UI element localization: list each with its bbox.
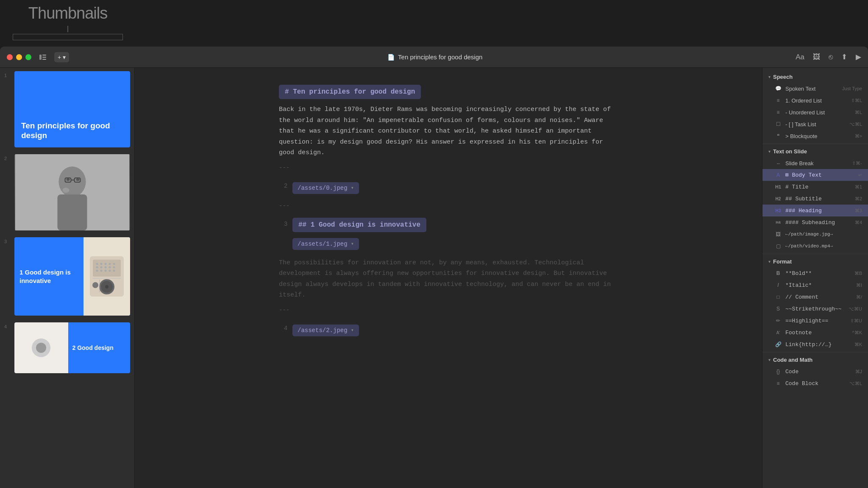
code-icon: {} xyxy=(774,368,782,375)
footnote-item[interactable]: A' Footnote ^⌘K xyxy=(762,327,868,338)
ordered-list-item[interactable]: ≡ 1. Ordered List ⇧⌘L xyxy=(762,94,868,106)
svg-point-20 xyxy=(96,266,98,269)
task-list-item[interactable]: ☐ - [ ] Task List ⌥⌘L xyxy=(762,118,868,130)
svg-point-27 xyxy=(105,270,107,272)
format-collapse-icon: ▾ xyxy=(768,259,771,264)
speech-section-header[interactable]: ▾ Speech xyxy=(762,71,868,83)
highlight-icon: ✏ xyxy=(774,317,782,324)
text-on-slide-section: ▾ Text on Slide --- Slide Break ⇧⌘- A ⊞ … xyxy=(762,146,868,252)
asset-3-chevron-icon[interactable]: ▾ xyxy=(351,327,354,333)
thumbnails-line xyxy=(67,26,68,32)
footnote-icon: A' xyxy=(774,329,782,336)
minimize-button[interactable] xyxy=(16,54,22,60)
asset-2-path: /assets/1.jpeg xyxy=(298,241,348,247)
asset-2-chevron-icon[interactable]: ▾ xyxy=(351,241,354,247)
svg-point-15 xyxy=(96,263,98,265)
subtitle-item[interactable]: H2 ## Subtitle ⌘2 xyxy=(762,193,868,205)
add-slide-button[interactable]: + ▾ xyxy=(54,52,69,62)
slide-3-preview: 1 Good design is innovative xyxy=(14,237,130,316)
text-on-slide-header[interactable]: ▾ Text on Slide xyxy=(762,146,868,157)
link-label: Link{http://…} xyxy=(785,341,851,348)
image-insert-button[interactable]: 🖼 xyxy=(813,53,820,61)
thumbnails-title: Thumbnails xyxy=(28,4,107,22)
svg-point-22 xyxy=(105,266,107,269)
title-item[interactable]: H1 # Title ⌘1 xyxy=(762,181,868,193)
bold-item[interactable]: B **Bold** ⌘B xyxy=(762,267,868,279)
body-text-shortcut: ↵ xyxy=(858,172,862,178)
thumbnail-sidebar[interactable]: 1 Ten principles for good design 2 xyxy=(0,68,135,488)
code-item[interactable]: {} Code ⌘J xyxy=(762,366,868,377)
slide-2-card xyxy=(14,154,130,230)
slide-3-block: 3 ## 1 Good design is innovative /assets… xyxy=(279,218,618,313)
svg-point-19 xyxy=(113,263,115,265)
code-math-header[interactable]: ▾ Code and Math xyxy=(762,354,868,366)
italic-item[interactable]: I *Italic* ⌘I xyxy=(762,279,868,291)
slide-2-preview xyxy=(14,154,130,230)
highlight-item[interactable]: ✏ ==Highlight== ⇧⌘U xyxy=(762,315,868,327)
bold-label: **Bold** xyxy=(785,270,851,277)
bold-shortcut: ⌘B xyxy=(854,271,862,276)
asset-3-block[interactable]: /assets/2.jpeg ▾ xyxy=(292,324,359,336)
link-item[interactable]: 🔗 Link{http://…} ⌘K xyxy=(762,338,868,350)
comment-item[interactable]: □ // Comment ⌘/ xyxy=(762,291,868,303)
slide-3-body-text[interactable]: The possibilities for innovation are not… xyxy=(279,258,618,301)
slide-1-preview: Ten principles for good design xyxy=(14,71,130,147)
subheading-icon: H4 xyxy=(774,219,782,226)
slide-1-card: Ten principles for good design xyxy=(14,71,130,147)
svg-point-25 xyxy=(96,270,98,272)
spoken-text-icon: 💬 xyxy=(774,85,782,92)
blockquote-item[interactable]: ❝ > Blockquote ⌘> xyxy=(762,130,868,142)
main-window: + ▾ 📄 Ten principles for good design Aa … xyxy=(0,47,868,488)
slide-2-thumbnail[interactable]: 2 xyxy=(0,151,134,234)
slide-3-image xyxy=(83,237,130,316)
video-item[interactable]: ▢ ←/path/video.mp4→ xyxy=(762,240,868,252)
export-button[interactable]: ⬆ xyxy=(841,53,847,61)
svg-point-12 xyxy=(63,188,70,193)
footnote-shortcut: ^⌘K xyxy=(852,330,862,336)
format-section-header[interactable]: ▾ Format xyxy=(762,256,868,267)
svg-point-37 xyxy=(36,343,46,353)
subheading-item[interactable]: H4 #### Subheading ⌘4 xyxy=(762,216,868,228)
code-block-item[interactable]: ≡ Code Block ⌥⌘L xyxy=(762,377,868,389)
body-text-icon: A xyxy=(774,171,782,179)
blockquote-label: > Blockquote xyxy=(785,133,851,139)
heading-shortcut: ⌘3 xyxy=(855,208,862,214)
document-icon: 📄 xyxy=(387,54,395,61)
slide-3-thumbnail[interactable]: 3 1 Good design is innovative xyxy=(0,234,134,319)
intro-text[interactable]: Back in the late 1970s, Dieter Rams was … xyxy=(279,104,618,158)
svg-rect-0 xyxy=(39,55,42,60)
play-button[interactable]: ▶ xyxy=(856,53,861,61)
add-icon: + xyxy=(58,54,61,61)
image-label: ←/path/image.jpg→ xyxy=(785,232,859,237)
font-size-button[interactable]: Aa xyxy=(796,53,804,61)
format-section-title: Format xyxy=(773,258,792,265)
unordered-list-label: - Unordered List xyxy=(785,109,851,116)
body-text-item[interactable]: A ⊞ Body Text ↵ xyxy=(762,169,868,181)
slide-3-content: ## 1 Good design is innovative xyxy=(292,218,618,232)
asset-2-block[interactable]: /assets/1.jpeg ▾ xyxy=(292,238,359,250)
editor-area[interactable]: # Ten principles for good design Back in… xyxy=(135,68,762,488)
asset-1-chevron-icon[interactable]: ▾ xyxy=(351,185,354,191)
asset-1-block[interactable]: /assets/0.jpeg ▾ xyxy=(292,182,359,194)
traffic-lights xyxy=(7,54,31,60)
slide-3-asset-row: /assets/1.jpeg ▾ xyxy=(279,236,618,252)
maximize-button[interactable] xyxy=(25,54,31,60)
sidebar-toggle-button[interactable] xyxy=(38,53,47,62)
slide-3-heading-block[interactable]: ## 1 Good design is innovative xyxy=(292,218,426,232)
slide-4-thumbnail[interactable]: 4 2 Good design xyxy=(0,319,134,377)
heading-item[interactable]: H3 ### Heading ⌘3 xyxy=(762,205,868,216)
blockquote-icon: ❝ xyxy=(774,132,782,140)
task-list-shortcut: ⌥⌘L xyxy=(849,122,862,127)
main-heading-block[interactable]: # Ten principles for good design xyxy=(279,85,421,99)
subheading-shortcut: ⌘4 xyxy=(855,220,862,225)
share-button[interactable]: ⎋ xyxy=(829,53,833,61)
slide-1-thumbnail[interactable]: 1 Ten principles for good design xyxy=(0,68,134,151)
strikethrough-item[interactable]: S ~~Strikethrough~~ ⌥⌘U xyxy=(762,303,868,315)
titlebar-actions: Aa 🖼 ⎋ ⬆ ▶ xyxy=(796,53,861,61)
spoken-text-item[interactable]: 💬 Spoken Text Just Type xyxy=(762,83,868,94)
slide-break-item[interactable]: --- Slide Break ⇧⌘- xyxy=(762,157,868,169)
unordered-list-item[interactable]: ≡ - Unordered List ⌘L xyxy=(762,106,868,118)
slide-3-title: 1 Good design is innovative xyxy=(19,268,78,285)
close-button[interactable] xyxy=(7,54,13,60)
image-item[interactable]: 🖼 ←/path/image.jpg→ xyxy=(762,228,868,240)
